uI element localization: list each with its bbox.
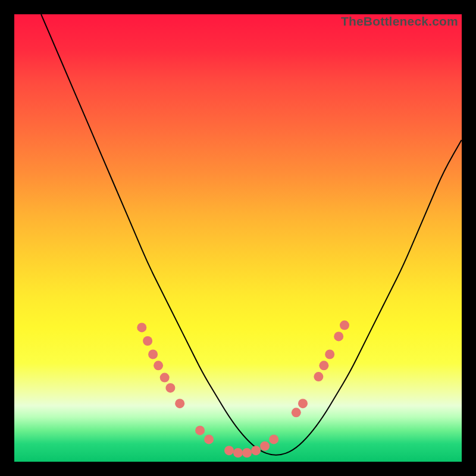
highlight-dot [325,350,334,359]
highlight-dot [260,441,270,451]
highlight-dot [340,321,349,330]
highlight-dot [195,425,205,435]
highlight-dot [334,331,343,341]
highlight-dots-group [137,321,349,458]
bottleneck-curve [41,14,462,455]
highlight-dot [314,372,323,381]
highlight-dot [269,434,278,444]
chart-svg [14,14,462,462]
highlight-dot [224,446,234,455]
highlight-dot [154,361,163,370]
watermark-text: TheBottleneck.com [341,14,458,29]
highlight-dot [148,350,158,359]
highlight-dot [251,446,261,455]
highlight-dot [175,399,184,408]
highlight-dot [298,399,308,408]
highlight-dot [319,361,328,370]
highlight-dot [204,434,214,444]
highlight-dot [233,448,243,458]
highlight-dot [292,408,301,417]
highlight-dot [137,322,146,332]
highlight-dot [165,383,175,393]
chart-frame: TheBottleneck.com [14,14,462,462]
highlight-dot [160,373,170,383]
highlight-dot [143,336,152,346]
highlight-dot [242,448,252,458]
